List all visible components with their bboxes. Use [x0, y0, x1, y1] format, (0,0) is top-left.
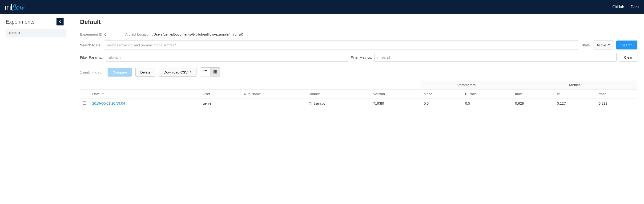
mlflow-logo: mlflow [5, 3, 24, 12]
delete-button[interactable]: Delete [135, 68, 155, 77]
svg-point-2 [204, 71, 204, 72]
svg-point-0 [204, 70, 204, 71]
main-content: Default Experiment ID: 0 Artifact Locati… [66, 14, 644, 108]
select-all-checkbox[interactable] [83, 92, 86, 95]
experiment-id-label: Experiment ID: [80, 32, 103, 36]
list-icon [203, 70, 207, 75]
runs-table: Parameters Metrics Date User Run Name So… [80, 81, 638, 108]
col-date[interactable]: Date [90, 90, 200, 98]
state-dropdown[interactable]: Active [593, 41, 614, 50]
caret-down-icon [608, 43, 610, 47]
nav-github-link[interactable]: GitHub [612, 5, 624, 9]
svg-rect-1 [204, 70, 207, 71]
cell-alpha: 0.5 [421, 98, 462, 108]
search-button[interactable]: Search [616, 41, 638, 50]
table-icon [213, 70, 218, 75]
state-value: Active [597, 43, 606, 47]
cell-version: 7193f0 [370, 98, 420, 108]
cell-user: genie [200, 98, 241, 108]
cell-run-name [241, 98, 306, 108]
svg-rect-5 [204, 73, 207, 73]
list-view-button[interactable] [200, 68, 210, 77]
cell-mae: 0.628 [512, 98, 554, 108]
matching-runs-count: 1 matching run [80, 70, 103, 74]
filter-metrics-input[interactable] [374, 53, 617, 62]
artifact-location-label: Artifact Location: [125, 32, 152, 36]
col-alpha[interactable]: alpha [421, 90, 462, 98]
sort-desc-icon [101, 92, 104, 96]
col-group-parameters: Parameters [421, 81, 512, 90]
compare-button[interactable]: Compare [108, 68, 132, 77]
artifact-location-value: /Users/genie/Documents/GitHub/mlflow-exa… [152, 32, 243, 36]
col-r2[interactable]: r2 [554, 90, 596, 98]
filter-params-label: Filter Params: [80, 55, 104, 59]
cell-rmse: 0.822 [596, 98, 638, 108]
table-row: 2019-06-01 20:59:04 genie train.py 7193f… [80, 98, 638, 108]
cell-l1-ratio: 0.5 [462, 98, 512, 108]
filter-metrics-label: Filter Metrics: [351, 55, 372, 59]
nav-docs-link[interactable]: Docs [631, 5, 639, 9]
clear-button[interactable]: Clear [619, 53, 638, 62]
sidebar-collapse-button[interactable] [56, 18, 64, 26]
experiment-id-value: 0 [104, 32, 106, 36]
cell-r2: 0.127 [554, 98, 596, 108]
col-source[interactable]: Source [306, 90, 370, 98]
download-csv-button[interactable]: Download CSV [159, 68, 197, 77]
col-l1-ratio[interactable]: l1_ratio [462, 90, 512, 98]
svg-point-4 [204, 73, 204, 73]
filter-params-input[interactable] [106, 53, 348, 62]
cell-source-text: train.py [314, 101, 325, 105]
cell-source: train.py [306, 98, 370, 108]
page-title: Default [80, 18, 638, 26]
col-rmse[interactable]: rmse [596, 90, 638, 98]
laptop-icon [308, 101, 313, 105]
download-icon [189, 70, 192, 74]
download-csv-label: Download CSV [164, 70, 188, 74]
chevron-left-icon [58, 20, 62, 24]
run-date-link[interactable]: 2019-06-01 20:59:04 [92, 101, 125, 105]
col-group-metrics: Metrics [512, 81, 638, 90]
col-version[interactable]: Version [370, 90, 420, 98]
row-checkbox[interactable] [83, 101, 86, 105]
svg-rect-10 [309, 102, 312, 104]
sidebar-item-default[interactable]: Default [6, 29, 66, 38]
search-runs-input[interactable] [104, 41, 579, 50]
sidebar-title: Experiments [6, 19, 34, 25]
sidebar: Experiments Default [0, 14, 66, 108]
col-run-name[interactable]: Run Name [241, 90, 306, 98]
col-mae[interactable]: mae [512, 90, 554, 98]
svg-rect-3 [204, 72, 207, 72]
view-toggle [200, 67, 220, 77]
col-user[interactable]: User [200, 90, 241, 98]
table-view-button[interactable] [210, 68, 220, 77]
topbar: mlflow GitHub Docs [0, 0, 644, 14]
search-runs-label: Search Runs: [80, 43, 102, 47]
state-label: State: [582, 43, 590, 47]
col-date-label: Date [92, 92, 100, 96]
top-nav: GitHub Docs [612, 5, 639, 9]
